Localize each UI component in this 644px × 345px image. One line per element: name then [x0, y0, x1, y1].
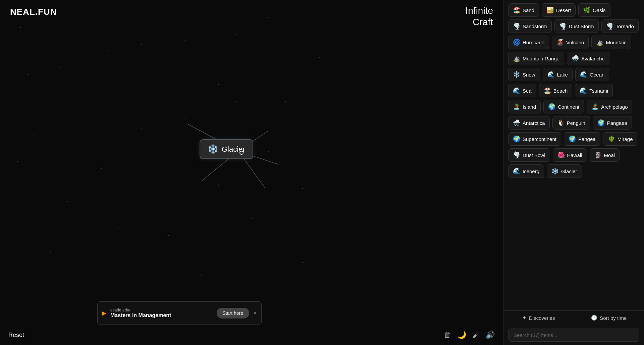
- search-input[interactable]: [508, 329, 639, 342]
- list-item[interactable]: 🌍Continent: [543, 100, 584, 113]
- sort-tab[interactable]: 🕐 Sort by time: [574, 311, 644, 325]
- trash-icon[interactable]: 🗑: [444, 331, 451, 339]
- item-label: Lake: [557, 72, 568, 78]
- star: [141, 128, 142, 129]
- items-container[interactable]: 🏖️Sand🏜️Desert🌿Oasis🌪️Sandstorm🌪️Dust St…: [503, 0, 644, 310]
- star: [107, 50, 108, 51]
- list-item[interactable]: 🌊Sea: [508, 84, 536, 97]
- star: [218, 84, 219, 85]
- sort-tab-label: Sort by time: [600, 315, 627, 321]
- ad-cta-button[interactable]: Start here: [217, 308, 249, 318]
- star: [252, 218, 253, 219]
- list-item[interactable]: 🗿Moai: [590, 148, 620, 162]
- star: [285, 101, 286, 102]
- canvas-area[interactable]: NEAL.FUN Infinite Craft ❄️ Glacier Reset…: [0, 0, 503, 345]
- item-icon: ❄️: [513, 71, 520, 78]
- discoveries-tab[interactable]: ✦ Discoveries: [503, 311, 574, 325]
- star: [20, 27, 21, 28]
- item-icon: 🌊: [513, 87, 520, 94]
- star: [67, 201, 68, 202]
- list-item[interactable]: 🌋Volcano: [552, 36, 589, 49]
- list-item[interactable]: 🌊Lake: [543, 68, 573, 81]
- star: [302, 262, 303, 263]
- right-panel: 🏖️Sand🏜️Desert🌿Oasis🌪️Sandstorm🌪️Dust St…: [503, 0, 644, 345]
- panel-tabs: ✦ Discoveries 🕐 Sort by time: [503, 310, 644, 325]
- list-item[interactable]: 🌍Pangaea: [593, 116, 632, 130]
- star: [27, 74, 28, 75]
- list-item[interactable]: 🏝️Archipelago: [587, 100, 632, 113]
- item-icon: 🌪️: [513, 22, 520, 30]
- star: [235, 101, 236, 102]
- list-item[interactable]: 🌍Supercontinent: [508, 132, 561, 146]
- item-label: Ocean: [590, 72, 604, 78]
- list-item[interactable]: 🐧Penguin: [552, 116, 590, 130]
- list-item[interactable]: 🏝️Island: [508, 100, 541, 113]
- item-icon: 🌊: [513, 167, 520, 175]
- star: [268, 17, 269, 18]
- connector-lines: [0, 0, 503, 345]
- list-item[interactable]: 🌵Mirage: [603, 132, 638, 146]
- item-label: Mountain: [606, 40, 627, 45]
- ad-source: esade.edu/: [110, 308, 213, 312]
- item-label: Beach: [553, 88, 568, 94]
- item-label: Pangaea: [607, 120, 627, 126]
- list-item[interactable]: ❄️Snow: [508, 68, 540, 81]
- item-icon: 🏜️: [546, 6, 554, 14]
- star: [117, 228, 118, 229]
- item-icon: 🌪️: [606, 22, 613, 30]
- star: [101, 168, 102, 169]
- brush-icon[interactable]: 🖌: [472, 331, 480, 339]
- list-item[interactable]: 🌿Oasis: [578, 3, 610, 17]
- star: [60, 67, 61, 68]
- list-item[interactable]: 🌨️Antarctica: [508, 116, 550, 130]
- item-label: Archipelago: [601, 104, 628, 110]
- item-label: Tsunami: [589, 88, 608, 94]
- list-item[interactable]: ⛰️Mountain Range: [508, 52, 564, 65]
- list-item[interactable]: 🌊Tsunami: [575, 84, 613, 97]
- list-item[interactable]: 🌪️Dust Bowl: [508, 148, 550, 162]
- item-label: Glacier: [561, 168, 577, 174]
- list-item[interactable]: 🌪️Dust Storm: [554, 19, 599, 33]
- list-item[interactable]: 🌊Ocean: [575, 68, 609, 81]
- list-item[interactable]: ❄️Glacier: [547, 164, 582, 178]
- star: [268, 151, 269, 152]
- list-item[interactable]: 🏜️Desert: [542, 3, 576, 17]
- list-item[interactable]: 🌨️Avalanche: [567, 52, 609, 65]
- list-item[interactable]: ⛰️Mountain: [591, 36, 631, 49]
- item-icon: 🌪️: [559, 22, 567, 30]
- ad-close-button[interactable]: ✕: [253, 310, 257, 316]
- star: [319, 57, 320, 58]
- item-label: Volcano: [566, 40, 584, 45]
- list-item[interactable]: 🌊Iceberg: [508, 164, 544, 178]
- glacier-canvas-element[interactable]: ❄️ Glacier: [200, 139, 253, 159]
- moon-icon[interactable]: 🌙: [457, 331, 466, 339]
- item-icon: 🌀: [513, 39, 520, 46]
- item-icon: 🏖️: [513, 6, 520, 14]
- list-item[interactable]: 🏖️Sand: [508, 3, 539, 17]
- item-icon: 🌵: [608, 135, 615, 143]
- game-title: Infinite Craft: [466, 5, 493, 28]
- reset-button[interactable]: Reset: [8, 332, 24, 339]
- item-icon: 🐧: [557, 119, 565, 127]
- star: [201, 275, 202, 276]
- item-label: Moai: [604, 152, 615, 158]
- item-label: Pangea: [578, 136, 596, 142]
- list-item[interactable]: 🌪️Tornado: [601, 19, 639, 33]
- item-icon: ❄️: [551, 167, 559, 175]
- item-label: Penguin: [567, 120, 585, 126]
- item-label: Hurricane: [523, 40, 544, 45]
- item-icon: 🏝️: [513, 103, 520, 110]
- item-icon: 🗿: [594, 151, 602, 159]
- list-item[interactable]: 🌀Hurricane: [508, 36, 549, 49]
- star: [302, 188, 303, 189]
- list-item[interactable]: 🌍Pangea: [564, 132, 600, 146]
- list-item[interactable]: 🌪️Sandstorm: [508, 19, 552, 33]
- discoveries-tab-icon: ✦: [522, 315, 527, 321]
- item-icon: 🌪️: [513, 151, 520, 159]
- item-icon: 🌍: [597, 119, 605, 127]
- list-item[interactable]: 🌺Hawaii: [553, 148, 587, 162]
- item-label: Dust Storm: [569, 23, 594, 29]
- sound-icon[interactable]: 🔊: [486, 331, 495, 339]
- sort-tab-icon: 🕐: [591, 315, 597, 321]
- list-item[interactable]: 🏖️Beach: [539, 84, 573, 97]
